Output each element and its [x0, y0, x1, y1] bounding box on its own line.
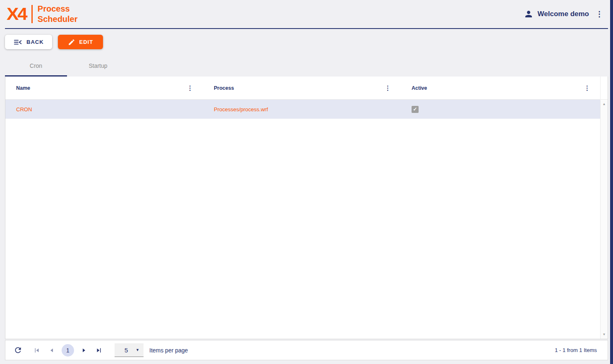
last-page-button[interactable] — [94, 345, 104, 355]
scroll-down-icon[interactable]: ▼ — [603, 333, 606, 336]
cell-active: ✓ — [401, 106, 600, 113]
app-title-line1: Process — [38, 4, 78, 14]
window-edge-border — [610, 0, 613, 364]
table-header-row: Name ⋮ Process ⋮ Active ⋮ — [5, 77, 608, 100]
tab-startup[interactable]: Startup — [67, 58, 129, 77]
scroll-up-icon[interactable]: ▲ — [603, 103, 606, 106]
app-header: X4 Process Scheduler Welcome demo ⋮ — [5, 0, 608, 29]
header-scrollbar-filler — [600, 77, 608, 99]
pagination-bar: 1 5 ▼ Items per page 1 - 1 from 1 Items — [5, 340, 608, 360]
back-icon — [13, 38, 22, 47]
welcome-text: Welcome demo — [538, 10, 589, 18]
back-button-label: BACK — [26, 39, 44, 45]
page-size-select[interactable]: 5 ▼ — [115, 343, 144, 357]
column-header-name: Name ⋮ — [5, 77, 203, 99]
tab-cron[interactable]: Cron — [5, 58, 67, 77]
active-checkbox[interactable]: ✓ — [412, 106, 419, 113]
scheduler-table: Name ⋮ Process ⋮ Active ⋮ CRON Processes… — [5, 77, 608, 339]
app-title: Process Scheduler — [38, 4, 78, 24]
column-label-process: Process — [214, 85, 234, 91]
items-range-label: 1 - 1 from 1 Items — [555, 347, 597, 353]
app-title-line2: Scheduler — [38, 14, 78, 24]
edit-button-label: EDIT — [79, 39, 93, 45]
column-menu-icon-active[interactable]: ⋮ — [582, 84, 593, 92]
table-row[interactable]: CRON Processes/process.wrf ✓ — [5, 100, 600, 119]
cell-process: Processes/process.wrf — [203, 106, 401, 113]
next-page-button[interactable] — [79, 345, 89, 355]
pencil-icon — [68, 38, 75, 46]
brand-divider — [31, 5, 33, 23]
tab-bar: Cron Startup — [5, 58, 608, 77]
back-button[interactable]: BACK — [5, 35, 52, 49]
column-label-name: Name — [16, 85, 30, 91]
first-page-button[interactable] — [32, 345, 42, 355]
column-header-process: Process ⋮ — [203, 77, 401, 99]
column-header-active: Active ⋮ — [401, 77, 600, 99]
x4-logo: X4 — [7, 5, 26, 23]
refresh-button[interactable] — [13, 345, 23, 355]
column-menu-icon-process[interactable]: ⋮ — [382, 84, 393, 92]
page-size-value: 5 — [125, 347, 128, 354]
items-per-page-label: Items per page — [149, 347, 188, 354]
brand: X4 Process Scheduler — [5, 4, 78, 24]
column-menu-icon-name[interactable]: ⋮ — [184, 84, 196, 92]
user-area: Welcome demo ⋮ — [524, 9, 608, 19]
edit-button[interactable]: EDIT — [58, 35, 103, 49]
current-page-indicator[interactable]: 1 — [62, 344, 74, 357]
toolbar: BACK EDIT — [5, 35, 608, 49]
vertical-scrollbar[interactable]: ▲ ▼ — [600, 100, 608, 339]
previous-page-button[interactable] — [47, 345, 57, 355]
user-menu-icon[interactable]: ⋮ — [593, 10, 606, 19]
column-label-active: Active — [412, 85, 427, 91]
dropdown-arrow-icon: ▼ — [136, 348, 139, 352]
user-icon — [524, 9, 534, 19]
cell-name: CRON — [5, 106, 203, 113]
